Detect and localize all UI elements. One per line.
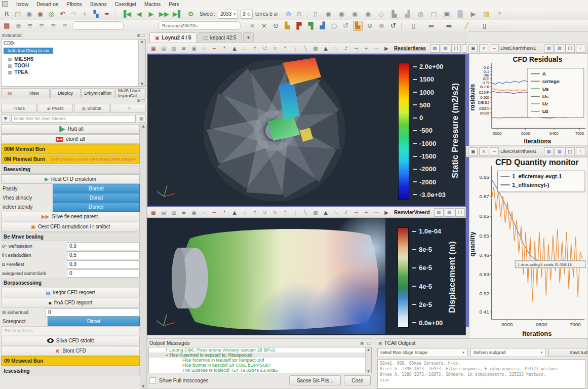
- scroll-down-icon[interactable]: ▼: [142, 384, 144, 388]
- layout-grid-button[interactable]: □: [455, 208, 465, 217]
- layout-grid-button[interactable]: ▦: [430, 44, 440, 53]
- sweep-select[interactable]: 2033 ▾: [218, 10, 238, 19]
- viewport-tool-icon[interactable]: ⋮: [292, 46, 299, 51]
- viewport-tool-icon[interactable]: ≡: [180, 210, 187, 215]
- diamond-icon[interactable]: ◇: [377, 10, 385, 19]
- tab-tree-icon[interactable]: ▨: [1, 88, 18, 98]
- viewport-tool-icon[interactable]: ▤: [160, 210, 167, 215]
- clock-icon[interactable]: ◎: [47, 10, 56, 19]
- layout-grid-button[interactable]: ▦: [555, 44, 564, 53]
- layout-tab[interactable]: ▣Loynu2 4 I 5: [149, 32, 197, 43]
- show-full-messages-checkbox[interactable]: [149, 377, 156, 384]
- html-report-button[interactable]: ▤ kegbr CFD regoert: [1, 288, 140, 297]
- console-scrollbar[interactable]: ▲ ▼: [365, 347, 371, 373]
- list-icon[interactable]: ≡: [61, 21, 69, 30]
- menu-item[interactable]: Plbons: [66, 2, 82, 7]
- refresh-icon[interactable]: ◎: [416, 10, 425, 19]
- left-panel-tab[interactable]: MufS block trsproCat: [115, 88, 146, 98]
- maximize-icon[interactable]: □: [141, 33, 145, 37]
- column-chart-icon[interactable]: ▛: [295, 21, 303, 30]
- save-as-file-button[interactable]: Saose Sis Plis...: [289, 375, 341, 385]
- chart-window-icon[interactable]: ×: [479, 44, 488, 52]
- layout-grid-button[interactable]: ▦: [544, 44, 554, 53]
- messages-console[interactable]: †Lotong C6i6. Pless anone Wonany oartipe…: [148, 347, 372, 373]
- left-panel-tab[interactable]: Diepioy: [50, 88, 81, 98]
- panel-button[interactable]: Rads: [1, 104, 36, 113]
- magnify-icon[interactable]: ⊙: [271, 21, 280, 30]
- chart-window-icon[interactable]: −: [490, 44, 499, 52]
- viewport-tool-icon[interactable]: ▫: [201, 210, 208, 215]
- layout-grid-button[interactable]: ⋮: [576, 147, 585, 156]
- cfd-quantity-monitor-chart[interactable]: 0000080070000.860.870.850.850.460.830.92…: [469, 157, 588, 338]
- viewport-tool-icon[interactable]: ↑: [251, 210, 258, 215]
- block-icon[interactable]: ▟: [403, 10, 412, 19]
- left-panel-tab[interactable]: View: [19, 88, 50, 98]
- restore-icon[interactable]: ▣: [137, 33, 141, 37]
- viewport-tool-icon[interactable]: ▫: [201, 46, 208, 51]
- command-input[interactable]: [159, 21, 241, 30]
- undo-icon[interactable]: ↶: [58, 10, 67, 19]
- menu-item[interactable]: Pers: [169, 2, 179, 7]
- menu-item[interactable]: Icrow: [16, 2, 28, 7]
- reset-icon[interactable]: ↺: [341, 21, 350, 30]
- viewport-tool-icon[interactable]: ▦: [150, 210, 157, 215]
- lasso-icon[interactable]: ↺: [389, 21, 398, 30]
- layout-grid-button[interactable]: ▦: [544, 147, 554, 156]
- viewport-3d-displacement[interactable]: 1.0e-048e-56e-54e-52e-50.0e+00 Displacem…: [147, 218, 466, 335]
- panel-icon[interactable]: ▬: [445, 21, 453, 30]
- chart-icon[interactable]: ▚: [92, 10, 100, 19]
- viewport-tool-icon[interactable]: ♪: [342, 210, 349, 215]
- redo-icon[interactable]: ↷: [69, 10, 78, 19]
- tree-node-selected[interactable]: tado taw Dbag ta cw: [4, 48, 53, 54]
- layout-grid-button[interactable]: ▦: [434, 208, 444, 217]
- pencil-icon[interactable]: ╱: [462, 21, 471, 30]
- gradient-icon[interactable]: ▒: [456, 10, 464, 19]
- viewport-tool-icon[interactable]: ×: [271, 210, 279, 215]
- viewport-tool-icon[interactable]: ∴: [241, 46, 248, 51]
- active-tool-icon[interactable]: ▙: [353, 21, 363, 31]
- restore-icon[interactable]: ▣: [360, 341, 364, 345]
- page-icon[interactable]: □: [429, 10, 438, 19]
- cfd-residuals-chart[interactable]: 00000600640070000.00.10I00(E0.7I0LEII026…: [469, 54, 588, 146]
- viewport2-title[interactable]: RemvlerVreerd: [394, 210, 430, 215]
- parameter-input[interactable]: [67, 242, 140, 250]
- viewport-tool-icon[interactable]: ↺: [261, 210, 268, 215]
- left-panel-tab[interactable]: Drkymicalfion: [81, 88, 114, 98]
- scroll-down-icon[interactable]: ▼: [141, 82, 143, 86]
- window-icon[interactable]: ▣: [443, 10, 451, 19]
- tree-scrollbar[interactable]: ▲ ▼: [138, 40, 145, 86]
- viewport-tool-icon[interactable]: ▶: [383, 46, 390, 51]
- palette-icon[interactable]: ▦: [482, 10, 491, 19]
- clear-all-icon[interactable]: ×: [260, 21, 268, 30]
- layout-tab[interactable]: □kepact 42:5: [198, 32, 242, 43]
- viewport-tool-icon[interactable]: ⋮: [292, 210, 299, 215]
- show-cfd-stats-button[interactable]: Sliva CFD stdoltt: [1, 336, 140, 345]
- solver-mode-button[interactable]: Donat: [53, 193, 140, 203]
- viewport-tool-icon[interactable]: ∴: [332, 210, 339, 215]
- card-icon[interactable]: ▬: [427, 21, 436, 30]
- check-tool-icon[interactable]: ⊘: [366, 21, 374, 30]
- play-icon[interactable]: ▶: [147, 10, 155, 19]
- scroll-up-icon[interactable]: ▲: [142, 124, 144, 128]
- menu-item[interactable]: Coextiget: [115, 2, 136, 7]
- tree-node[interactable]: ▦TPEA: [8, 69, 137, 75]
- viewport-tool-icon[interactable]: ▲: [231, 210, 238, 215]
- column-chart-icon[interactable]: ▟: [318, 21, 327, 30]
- tcl-console[interactable]: S8ve1, 900. 05mpe Cersuors, h-co.8ries 6…: [377, 359, 585, 388]
- circle-icon[interactable]: ○: [330, 21, 338, 30]
- layout-grid-button[interactable]: ▦: [441, 44, 450, 53]
- chart-window-icon[interactable]: ▣: [468, 44, 478, 52]
- viewport-tool-icon[interactable]: *: [221, 46, 228, 51]
- snihertosd-input[interactable]: [46, 308, 140, 317]
- zoom-in-icon[interactable]: ⊙: [284, 10, 293, 19]
- manual-run-banner-2[interactable]: 0M Ptemval Burn SMXfytxbuery vhurst-tryt…: [1, 154, 140, 164]
- viewport-3d-pressure[interactable]: 2.0e+00150010005000-500-1000-1500-2000-2…: [147, 54, 466, 207]
- direct-button[interactable]: Dircet: [48, 317, 140, 326]
- parameter-input[interactable]: [67, 251, 140, 259]
- run-icon[interactable]: ▶: [469, 10, 478, 19]
- viewport-tool-icon[interactable]: ×: [271, 46, 279, 51]
- viewport-tool-icon[interactable]: ∴: [332, 46, 339, 51]
- lock-icon[interactable]: ⊕: [14, 21, 23, 30]
- viewport-tool-icon[interactable]: *: [282, 210, 289, 215]
- chart1-source-label[interactable]: LiretCKart'xhess1: [500, 46, 542, 51]
